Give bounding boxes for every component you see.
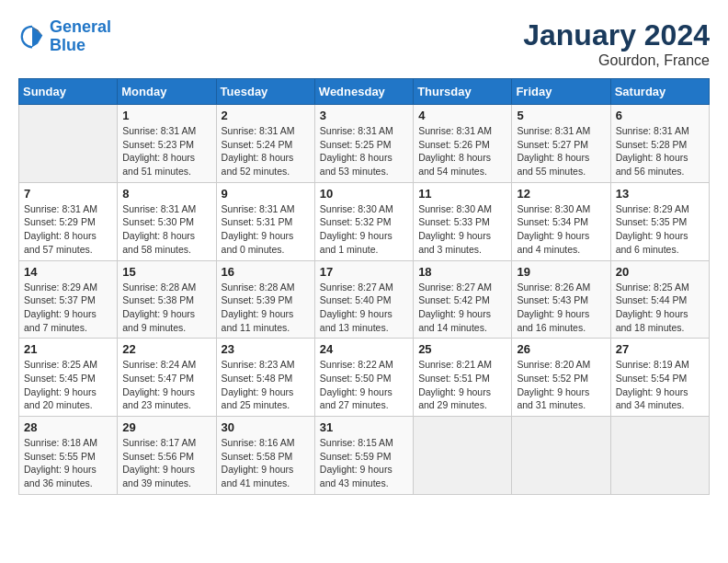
day-cell: 5Sunrise: 8:31 AMSunset: 5:27 PMDaylight… <box>512 105 610 183</box>
logo-text: General Blue <box>50 18 111 55</box>
day-number: 25 <box>418 342 506 356</box>
day-number: 14 <box>24 265 112 279</box>
day-cell: 10Sunrise: 8:30 AMSunset: 5:32 PMDayligh… <box>314 182 413 260</box>
day-cell: 16Sunrise: 8:28 AMSunset: 5:39 PMDayligh… <box>216 260 314 339</box>
header-day-thursday: Thursday <box>414 79 512 105</box>
day-number: 8 <box>122 187 210 201</box>
day-info: Sunrise: 8:31 AMSunset: 5:29 PMDaylight:… <box>24 202 112 257</box>
day-info: Sunrise: 8:22 AMSunset: 5:50 PMDaylight:… <box>320 358 408 412</box>
day-number: 31 <box>320 420 408 434</box>
day-info: Sunrise: 8:18 AMSunset: 5:55 PMDaylight:… <box>24 436 112 490</box>
day-number: 13 <box>616 187 704 201</box>
day-number: 6 <box>616 109 704 122</box>
day-number: 29 <box>122 420 210 434</box>
day-cell: 2Sunrise: 8:31 AMSunset: 5:24 PMDaylight… <box>216 105 314 183</box>
calendar-table: SundayMondayTuesdayWednesdayThursdayFrid… <box>18 78 710 495</box>
week-row-3: 21Sunrise: 8:25 AMSunset: 5:45 PMDayligh… <box>19 339 710 417</box>
day-number: 11 <box>418 187 506 201</box>
calendar-header: SundayMondayTuesdayWednesdayThursdayFrid… <box>19 79 710 105</box>
day-cell: 14Sunrise: 8:29 AMSunset: 5:37 PMDayligh… <box>19 260 118 339</box>
day-cell <box>414 417 512 495</box>
day-cell <box>19 105 118 183</box>
day-info: Sunrise: 8:21 AMSunset: 5:51 PMDaylight:… <box>418 358 506 412</box>
day-cell: 19Sunrise: 8:26 AMSunset: 5:43 PMDayligh… <box>512 260 610 339</box>
day-info: Sunrise: 8:28 AMSunset: 5:39 PMDaylight:… <box>222 281 310 335</box>
day-number: 3 <box>320 109 408 122</box>
day-info: Sunrise: 8:30 AMSunset: 5:32 PMDaylight:… <box>320 202 408 257</box>
header-day-saturday: Saturday <box>610 79 709 105</box>
day-number: 24 <box>320 342 408 356</box>
day-number: 10 <box>320 187 408 201</box>
day-number: 12 <box>517 187 605 201</box>
day-cell: 27Sunrise: 8:19 AMSunset: 5:54 PMDayligh… <box>610 339 709 417</box>
day-cell: 29Sunrise: 8:17 AMSunset: 5:56 PMDayligh… <box>118 417 216 495</box>
day-number: 26 <box>517 342 605 356</box>
header-day-tuesday: Tuesday <box>216 79 314 105</box>
day-number: 1 <box>122 109 210 122</box>
day-info: Sunrise: 8:27 AMSunset: 5:40 PMDaylight:… <box>320 281 408 335</box>
day-number: 27 <box>616 342 704 356</box>
day-info: Sunrise: 8:19 AMSunset: 5:54 PMDaylight:… <box>616 358 704 412</box>
header-day-friday: Friday <box>512 79 610 105</box>
day-info: Sunrise: 8:25 AMSunset: 5:44 PMDaylight:… <box>616 281 704 335</box>
day-cell: 7Sunrise: 8:31 AMSunset: 5:29 PMDaylight… <box>19 182 118 260</box>
day-cell: 12Sunrise: 8:30 AMSunset: 5:34 PMDayligh… <box>512 182 610 260</box>
day-number: 17 <box>320 265 408 279</box>
day-info: Sunrise: 8:16 AMSunset: 5:58 PMDaylight:… <box>222 436 310 490</box>
day-info: Sunrise: 8:31 AMSunset: 5:31 PMDaylight:… <box>222 202 310 257</box>
day-cell: 4Sunrise: 8:31 AMSunset: 5:26 PMDaylight… <box>414 105 512 183</box>
day-info: Sunrise: 8:28 AMSunset: 5:38 PMDaylight:… <box>122 281 210 335</box>
header-day-monday: Monday <box>118 79 216 105</box>
day-cell: 20Sunrise: 8:25 AMSunset: 5:44 PMDayligh… <box>610 260 709 339</box>
day-info: Sunrise: 8:20 AMSunset: 5:52 PMDaylight:… <box>517 358 605 412</box>
day-cell: 11Sunrise: 8:30 AMSunset: 5:33 PMDayligh… <box>414 182 512 260</box>
day-number: 9 <box>222 187 310 201</box>
day-cell: 28Sunrise: 8:18 AMSunset: 5:55 PMDayligh… <box>19 417 118 495</box>
day-info: Sunrise: 8:31 AMSunset: 5:26 PMDaylight:… <box>418 124 506 178</box>
day-cell: 25Sunrise: 8:21 AMSunset: 5:51 PMDayligh… <box>414 339 512 417</box>
day-info: Sunrise: 8:26 AMSunset: 5:43 PMDaylight:… <box>517 281 605 335</box>
logo-icon <box>18 23 46 51</box>
week-row-2: 14Sunrise: 8:29 AMSunset: 5:37 PMDayligh… <box>19 260 710 339</box>
day-cell: 9Sunrise: 8:31 AMSunset: 5:31 PMDaylight… <box>216 182 314 260</box>
week-row-1: 7Sunrise: 8:31 AMSunset: 5:29 PMDaylight… <box>19 182 710 260</box>
day-cell: 23Sunrise: 8:23 AMSunset: 5:48 PMDayligh… <box>216 339 314 417</box>
day-number: 28 <box>24 420 112 434</box>
day-number: 22 <box>122 342 210 356</box>
day-info: Sunrise: 8:15 AMSunset: 5:59 PMDaylight:… <box>320 436 408 490</box>
day-number: 7 <box>24 187 112 201</box>
day-info: Sunrise: 8:27 AMSunset: 5:42 PMDaylight:… <box>418 281 506 335</box>
day-cell: 26Sunrise: 8:20 AMSunset: 5:52 PMDayligh… <box>512 339 610 417</box>
day-number: 19 <box>517 265 605 279</box>
day-cell: 6Sunrise: 8:31 AMSunset: 5:28 PMDaylight… <box>610 105 709 183</box>
day-cell: 30Sunrise: 8:16 AMSunset: 5:58 PMDayligh… <box>216 417 314 495</box>
day-cell: 17Sunrise: 8:27 AMSunset: 5:40 PMDayligh… <box>314 260 413 339</box>
week-row-0: 1Sunrise: 8:31 AMSunset: 5:23 PMDaylight… <box>19 105 710 183</box>
day-cell: 13Sunrise: 8:29 AMSunset: 5:35 PMDayligh… <box>610 182 709 260</box>
page-header: General Blue January 2024 Gourdon, Franc… <box>18 18 710 69</box>
day-cell: 22Sunrise: 8:24 AMSunset: 5:47 PMDayligh… <box>118 339 216 417</box>
header-day-wednesday: Wednesday <box>314 79 413 105</box>
day-info: Sunrise: 8:31 AMSunset: 5:25 PMDaylight:… <box>320 124 408 178</box>
day-cell <box>610 417 709 495</box>
day-cell: 24Sunrise: 8:22 AMSunset: 5:50 PMDayligh… <box>314 339 413 417</box>
day-cell: 21Sunrise: 8:25 AMSunset: 5:45 PMDayligh… <box>19 339 118 417</box>
day-info: Sunrise: 8:24 AMSunset: 5:47 PMDaylight:… <box>122 358 210 412</box>
day-number: 20 <box>616 265 704 279</box>
day-cell: 15Sunrise: 8:28 AMSunset: 5:38 PMDayligh… <box>118 260 216 339</box>
day-number: 4 <box>418 109 506 122</box>
day-number: 16 <box>222 265 310 279</box>
day-number: 23 <box>222 342 310 356</box>
day-number: 5 <box>517 109 605 122</box>
calendar-body: 1Sunrise: 8:31 AMSunset: 5:23 PMDaylight… <box>19 105 710 495</box>
day-info: Sunrise: 8:29 AMSunset: 5:37 PMDaylight:… <box>24 281 112 335</box>
day-number: 18 <box>418 265 506 279</box>
day-info: Sunrise: 8:31 AMSunset: 5:28 PMDaylight:… <box>616 124 704 178</box>
day-cell: 31Sunrise: 8:15 AMSunset: 5:59 PMDayligh… <box>314 417 413 495</box>
day-number: 21 <box>24 342 112 356</box>
header-day-sunday: Sunday <box>19 79 118 105</box>
day-info: Sunrise: 8:31 AMSunset: 5:27 PMDaylight:… <box>517 124 605 178</box>
day-info: Sunrise: 8:31 AMSunset: 5:24 PMDaylight:… <box>222 124 310 178</box>
day-cell: 3Sunrise: 8:31 AMSunset: 5:25 PMDaylight… <box>314 105 413 183</box>
day-cell: 1Sunrise: 8:31 AMSunset: 5:23 PMDaylight… <box>118 105 216 183</box>
